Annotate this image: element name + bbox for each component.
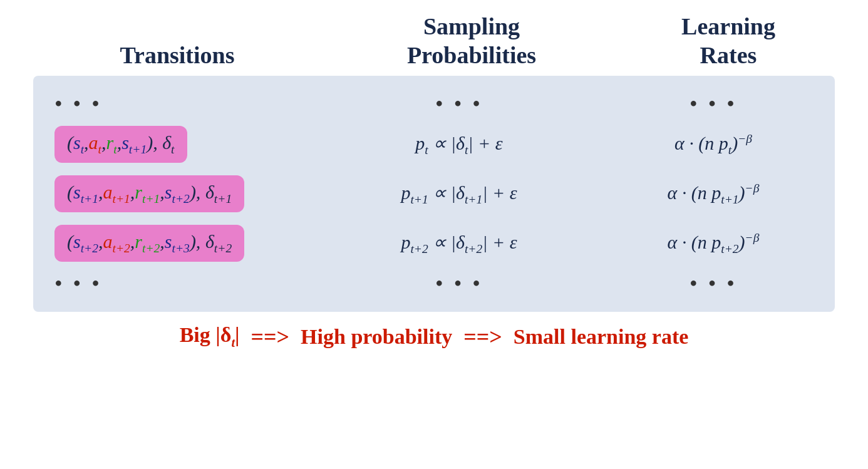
dots-transition-top: • • •	[48, 91, 311, 117]
prob-t-math: pt ∝ |δt| + ε	[415, 132, 502, 157]
transitions-header: Transitions	[33, 41, 321, 70]
dots-prob-bottom: • • •	[340, 271, 578, 297]
row-t: (st,at,rt,st+1), δt pt ∝ |δt| + ε α · (n…	[33, 122, 835, 167]
dots-2: • • •	[435, 91, 483, 117]
prob-t2-math: pt+2 ∝ |δt+2| + ε	[401, 231, 517, 256]
dots-rates-bottom: • • •	[607, 271, 820, 297]
rate-t1: α · (n pt+1)−β	[607, 182, 820, 207]
dots-4: • • •	[54, 271, 102, 297]
dots-row-top: • • • • • • • • •	[33, 86, 835, 122]
dots-prob-top: • • •	[340, 91, 578, 117]
row-t2: (st+2,at+2,rt+2,st+3), δt+2 pt+2 ∝ |δt+2…	[33, 221, 835, 265]
highlight-box-t1: (st+1,at+1,rt+1,st+2), δt+1	[54, 175, 244, 212]
prob-t1: pt+1 ∝ |δt+1| + ε	[340, 182, 578, 207]
rate-t2-math: α · (n pt+2)−β	[668, 231, 760, 256]
rate-t: α · (n pt)−β	[607, 132, 820, 157]
rate-t2: α · (n pt+2)−β	[607, 231, 820, 256]
bottom-high-prob: High probability	[301, 325, 452, 349]
transition-t1-math: (st+1,at+1,rt+1,st+2), δt+1	[67, 182, 232, 202]
highlight-box-t2: (st+2,at+2,rt+2,st+3), δt+2	[54, 225, 244, 262]
dots-rates-top: • • •	[607, 91, 820, 117]
arrow-1: ==>	[251, 324, 290, 350]
rate-t1-math: α · (n pt+1)−β	[668, 182, 760, 207]
row-t1: (st+1,at+1,rt+1,st+2), δt+1 pt+1 ∝ |δt+1…	[33, 172, 835, 216]
rate-t-math: α · (n pt)−β	[674, 132, 752, 157]
arrow-2: ==>	[463, 324, 502, 350]
prob-t1-math: pt+1 ∝ |δt+1| + ε	[401, 182, 517, 207]
transitions-label: Transitions	[120, 42, 234, 68]
dots-6: • • •	[690, 271, 737, 297]
bottom-small-lr: Small learning rate	[514, 325, 689, 349]
main-table: • • • • • • • • • (st,at,rt,st+1), δt pt…	[33, 76, 835, 312]
dots-3: • • •	[690, 91, 737, 117]
prob-t2: pt+2 ∝ |δt+2| + ε	[340, 231, 578, 256]
bottom-line: Big |δt| ==> High probability ==> Small …	[180, 323, 689, 350]
sampling-header: SamplingProbabilities	[353, 13, 591, 70]
transition-t-math: (st,at,rt,st+1), δt	[67, 132, 175, 153]
dots-row-bottom: • • • • • • • • •	[33, 265, 835, 302]
dots-1: • • •	[54, 91, 102, 117]
learning-header: LearningRates	[622, 13, 835, 70]
dots-5: • • •	[435, 271, 483, 297]
header-row: Transitions SamplingProbabilities Learni…	[33, 13, 835, 70]
transition-t1: (st+1,at+1,rt+1,st+2), δt+1	[48, 175, 311, 212]
prob-t: pt ∝ |δt| + ε	[340, 132, 578, 157]
dots-transition-bottom: • • •	[48, 271, 311, 297]
transition-t2: (st+2,at+2,rt+2,st+3), δt+2	[48, 225, 311, 262]
bottom-big-delta: Big |δt|	[180, 323, 240, 350]
highlight-box-t: (st,at,rt,st+1), δt	[54, 126, 187, 163]
transition-t2-math: (st+2,at+2,rt+2,st+3), δt+2	[67, 231, 232, 252]
transition-t: (st,at,rt,st+1), δt	[48, 126, 311, 163]
